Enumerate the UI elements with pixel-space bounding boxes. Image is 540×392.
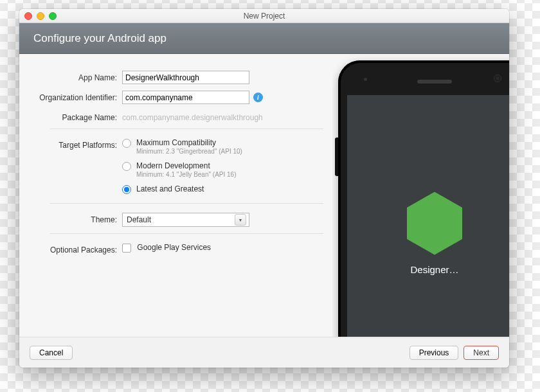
divider	[50, 233, 323, 234]
next-button[interactable]: Next	[464, 346, 499, 360]
google-play-checkbox[interactable]	[122, 244, 131, 253]
chevron-down-icon: ▾	[235, 214, 246, 226]
package-name-value: com.companyname.designerwalkthrough	[122, 111, 323, 122]
phone-mockup: Designer…	[338, 60, 509, 337]
radio-modern-dev-sub: Minimum: 4.1 "Jelly Bean" (API 16)	[136, 171, 237, 178]
config-form: App Name: Organization Identifier: i Pac…	[19, 54, 332, 337]
theme-label: Theme:	[26, 213, 122, 224]
dialog-window: New Project Configure your Android app A…	[19, 9, 509, 368]
divider	[50, 129, 323, 129]
info-icon[interactable]: i	[253, 93, 263, 102]
phone-side-button	[335, 138, 338, 176]
phone-screen: Designer…	[347, 95, 509, 337]
cancel-button[interactable]: Cancel	[30, 346, 73, 360]
org-id-input[interactable]	[122, 91, 249, 104]
app-name-input[interactable]	[122, 71, 249, 84]
radio-modern-dev-label: Modern Development	[136, 161, 237, 170]
titlebar: New Project	[19, 9, 509, 23]
optional-packages-label: Optional Packages:	[26, 243, 122, 254]
radio-max-compat-label: Maximum Compatibility	[136, 138, 242, 147]
app-name-label: App Name:	[26, 71, 122, 82]
page-title: Configure your Android app	[33, 32, 166, 45]
radio-modern-dev[interactable]	[122, 162, 131, 171]
radio-max-compat-sub: Minimum: 2.3 "Gingerbread" (API 10)	[136, 148, 242, 155]
package-name-label: Package Name:	[26, 111, 122, 122]
main-content: App Name: Organization Identifier: i Pac…	[19, 54, 509, 337]
phone-speaker-icon	[417, 80, 452, 84]
page-header: Configure your Android app	[19, 23, 509, 54]
device-preview: Designer…	[332, 54, 509, 337]
radio-max-compat[interactable]	[122, 139, 131, 148]
divider	[50, 203, 323, 204]
footer: Cancel Previous Next	[19, 337, 509, 368]
target-platforms-label: Target Platforms:	[26, 138, 122, 150]
radio-latest[interactable]	[122, 185, 131, 194]
google-play-label: Google Play Services	[137, 243, 211, 252]
radio-latest-label: Latest and Greatest	[136, 184, 204, 193]
org-id-label: Organization Identifier:	[26, 91, 122, 102]
phone-camera-icon	[494, 75, 501, 82]
theme-value: Default	[127, 215, 151, 224]
preview-app-name: Designer…	[410, 264, 458, 275]
previous-button[interactable]: Previous	[410, 346, 459, 360]
theme-select[interactable]: Default ▾	[122, 213, 249, 227]
window-title: New Project	[19, 12, 509, 21]
phone-sensor-icon	[364, 78, 367, 81]
app-icon-hexagon	[407, 192, 462, 255]
